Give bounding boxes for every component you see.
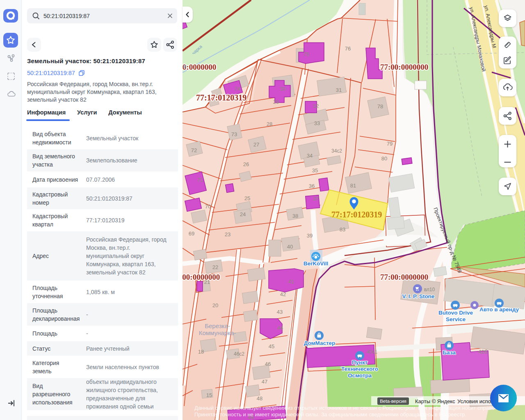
svg-text:22: 22 [212,264,218,270]
svg-text:77:00:0000000: 77:00:0000000 [183,63,216,71]
svg-text:31: 31 [336,87,342,93]
svg-text:40: 40 [287,244,293,250]
svg-text:42: 42 [280,291,286,297]
svg-text:77:00:0000000: 77:00:0000000 [183,273,220,281]
svg-text:30: 30 [280,86,286,92]
svg-text:27: 27 [253,142,259,148]
svg-text:43: 43 [277,309,283,315]
svg-text:18: 18 [198,349,204,355]
svg-text:ДомМастер: ДомМастер [304,340,336,346]
svg-text:77:17:0120319: 77:17:0120319 [331,210,382,219]
svg-text:28: 28 [267,121,272,127]
svg-text:74: 74 [235,86,240,92]
svg-text:21: 21 [204,279,210,285]
svg-text:26: 26 [243,161,249,167]
svg-text:45: 45 [269,343,274,349]
svg-text:20: 20 [212,302,218,308]
svg-text:24: 24 [240,211,246,217]
svg-text:Пункт: Пункт [352,359,368,365]
svg-text:83: 83 [340,226,345,233]
svg-text:32: 32 [313,103,319,109]
svg-text:71: 71 [197,177,203,183]
svg-text:73: 73 [231,131,237,137]
svg-text:77:00:0000000: 77:00:0000000 [380,273,428,281]
svg-text:48: 48 [257,395,262,402]
svg-text:V. I. P. Stone: V. I. P. Stone [402,293,435,299]
svg-text:База: База [443,349,456,356]
svg-text:46: 46 [265,361,271,367]
svg-text:37: 37 [313,196,319,202]
svg-text:вл10: вл10 [424,287,435,292]
svg-text:25: 25 [244,195,250,201]
svg-text:39: 39 [307,233,313,239]
svg-text:75: 75 [304,51,309,57]
svg-text:81: 81 [350,183,356,189]
svg-text:Коммунарка-: Коммунарка- [199,329,236,336]
svg-text:70: 70 [205,203,211,210]
svg-text:29: 29 [273,99,279,105]
svg-text:23: 23 [225,231,231,237]
svg-text:36: 36 [309,183,315,189]
svg-text:46с2: 46с2 [234,351,244,357]
svg-text:38: 38 [292,213,298,219]
svg-text:Технического: Технического [341,366,378,372]
svg-text:40с1: 40с1 [367,349,377,355]
svg-text:77:17:0120319: 77:17:0120319 [196,93,247,102]
svg-text:42б: 42б [478,349,487,355]
svg-text:79: 79 [387,141,393,147]
svg-text:41: 41 [288,278,294,285]
svg-text:15: 15 [206,392,212,398]
svg-text:Service: Service [446,316,466,322]
svg-text:76: 76 [345,46,351,52]
svg-text:47: 47 [262,379,267,385]
svg-text:Авто в аренду: Авто в аренду [479,306,519,313]
svg-text:33: 33 [314,120,320,126]
svg-text:34с2: 34с2 [331,148,342,154]
svg-text:44: 44 [277,325,283,331]
svg-text:78: 78 [377,103,383,110]
svg-text:Березка-: Березка- [205,322,230,329]
svg-text:77:00:0000000: 77:00:0000000 [380,63,428,71]
svg-text:Butovo Drive: Butovo Drive [438,310,473,316]
svg-text:69: 69 [189,231,194,237]
svg-text:34: 34 [307,153,313,159]
svg-text:80: 80 [381,155,387,162]
svg-text:Осмотра: Осмотра [348,372,372,379]
svg-text:35: 35 [312,167,318,173]
svg-text:72: 72 [191,147,197,153]
svg-text:BerKoVill: BerKoVill [304,260,329,267]
